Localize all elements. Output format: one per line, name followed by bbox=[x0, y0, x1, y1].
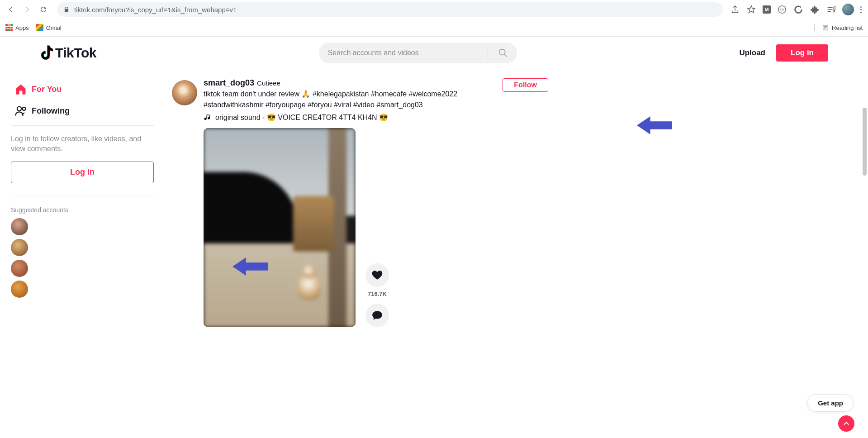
bookmarks-bar: Apps Gmail Reading list bbox=[0, 19, 868, 36]
suggested-account-avatar[interactable] bbox=[11, 281, 28, 298]
bookmark-apps-label: Apps bbox=[15, 24, 29, 31]
author-nickname: Cutieee bbox=[257, 79, 280, 87]
star-icon[interactable] bbox=[746, 5, 756, 14]
bookmark-gmail[interactable]: Gmail bbox=[36, 24, 62, 31]
extensions-puzzle-icon[interactable] bbox=[810, 5, 820, 14]
page-scrollbar[interactable] bbox=[861, 71, 868, 327]
apps-grid-icon bbox=[5, 24, 13, 31]
reading-list-label: Reading list bbox=[832, 24, 863, 31]
sidebar-divider bbox=[11, 196, 154, 196]
annotation-arrow bbox=[637, 116, 672, 134]
sidebar-following[interactable]: Following bbox=[11, 100, 154, 122]
browser-address-bar[interactable]: tiktok.com/foryou?is_copy_url=1&is_from_… bbox=[57, 2, 723, 17]
video-player[interactable] bbox=[204, 128, 356, 327]
search-button[interactable] bbox=[493, 43, 513, 63]
like-button[interactable] bbox=[365, 263, 389, 287]
search-input[interactable] bbox=[328, 49, 486, 57]
gmail-icon bbox=[36, 24, 43, 31]
browser-actions: M G bbox=[730, 4, 863, 15]
suggested-account-avatar[interactable] bbox=[11, 218, 28, 235]
reading-list-icon bbox=[822, 24, 829, 31]
svg-point-5 bbox=[23, 107, 26, 110]
sidebar-for-you-label: For You bbox=[32, 85, 62, 94]
author-avatar[interactable] bbox=[172, 80, 197, 105]
browser-profile-avatar[interactable] bbox=[842, 4, 854, 15]
search-icon bbox=[498, 48, 508, 58]
sound-name: original sound - 😎 VOICE CRE4TOR 4TT4 KH… bbox=[215, 113, 388, 122]
tiktok-logo-icon bbox=[40, 45, 53, 61]
video-row: 716.7K bbox=[204, 128, 548, 327]
heart-icon bbox=[371, 269, 383, 281]
main-feed: smart_dog03 Cutieee tiktok team don't un… bbox=[161, 69, 559, 327]
video-thumbnail bbox=[204, 128, 356, 327]
author-username[interactable]: smart_dog03 bbox=[204, 78, 254, 88]
comment-icon bbox=[371, 309, 383, 321]
comment-button[interactable] bbox=[365, 304, 389, 327]
feed-header-row: smart_dog03 Cutieee tiktok team don't un… bbox=[204, 78, 548, 122]
page-body: For You Following Log in to follow creat… bbox=[0, 69, 868, 327]
svg-text:G: G bbox=[780, 7, 784, 12]
suggested-account-avatar[interactable] bbox=[11, 239, 28, 256]
sidebar: For You Following Log in to follow creat… bbox=[0, 69, 161, 327]
sidebar-login-button[interactable]: Log in bbox=[11, 162, 154, 183]
lock-icon bbox=[63, 6, 70, 13]
svg-point-4 bbox=[17, 107, 21, 111]
reading-list-button[interactable]: Reading list bbox=[814, 24, 863, 31]
home-icon bbox=[14, 83, 27, 95]
tiktok-logo-text: TikTok bbox=[55, 45, 96, 61]
header-actions: Upload Log in bbox=[739, 44, 828, 62]
browser-chrome: tiktok.com/foryou?is_copy_url=1&is_from_… bbox=[0, 0, 868, 37]
sidebar-login-prompt: Log in to follow creators, like videos, … bbox=[11, 129, 154, 162]
following-icon bbox=[14, 105, 27, 117]
extension-g-icon[interactable]: G bbox=[777, 5, 787, 14]
browser-back-button[interactable] bbox=[5, 3, 17, 16]
browser-forward-button[interactable] bbox=[21, 3, 33, 16]
sidebar-divider bbox=[11, 125, 154, 126]
feed-item: smart_dog03 Cutieee tiktok team don't un… bbox=[172, 78, 548, 327]
browser-reload-button[interactable] bbox=[37, 3, 50, 16]
video-actions: 716.7K bbox=[365, 263, 389, 327]
svg-point-3 bbox=[499, 49, 505, 55]
bookmark-gmail-label: Gmail bbox=[46, 24, 62, 31]
browser-menu-icon[interactable] bbox=[860, 6, 862, 13]
search-bar bbox=[319, 43, 517, 63]
suggested-account-avatar[interactable] bbox=[11, 260, 28, 277]
browser-url-text: tiktok.com/foryou?is_copy_url=1&is_from_… bbox=[74, 6, 237, 14]
music-note-icon bbox=[204, 114, 212, 122]
feed-content: smart_dog03 Cutieee tiktok team don't un… bbox=[204, 78, 548, 327]
follow-button[interactable]: Follow bbox=[503, 78, 548, 92]
extension-m-icon[interactable]: M bbox=[763, 5, 771, 14]
extension-c-icon[interactable] bbox=[793, 5, 803, 14]
tiktok-header: TikTok Upload Log in bbox=[0, 37, 868, 69]
like-count: 716.7K bbox=[368, 290, 387, 297]
header-login-button[interactable]: Log in bbox=[776, 44, 828, 62]
suggested-accounts-heading: Suggested accounts bbox=[11, 206, 154, 214]
author-line: smart_dog03 Cutieee bbox=[204, 78, 493, 88]
video-caption: tiktok team don't under review 🙏 #kheleg… bbox=[204, 89, 493, 110]
sidebar-following-label: Following bbox=[32, 106, 70, 116]
share-icon[interactable] bbox=[730, 5, 740, 14]
media-control-icon[interactable] bbox=[826, 5, 836, 14]
upload-link[interactable]: Upload bbox=[739, 48, 765, 57]
omnibar-row: tiktok.com/foryou?is_copy_url=1&is_from_… bbox=[0, 0, 868, 19]
bookmark-apps[interactable]: Apps bbox=[5, 24, 29, 31]
sidebar-for-you[interactable]: For You bbox=[11, 78, 154, 100]
sound-line[interactable]: original sound - 😎 VOICE CRE4TOR 4TT4 KH… bbox=[204, 113, 493, 122]
search-separator bbox=[488, 47, 488, 59]
tiktok-logo[interactable]: TikTok bbox=[40, 45, 96, 61]
